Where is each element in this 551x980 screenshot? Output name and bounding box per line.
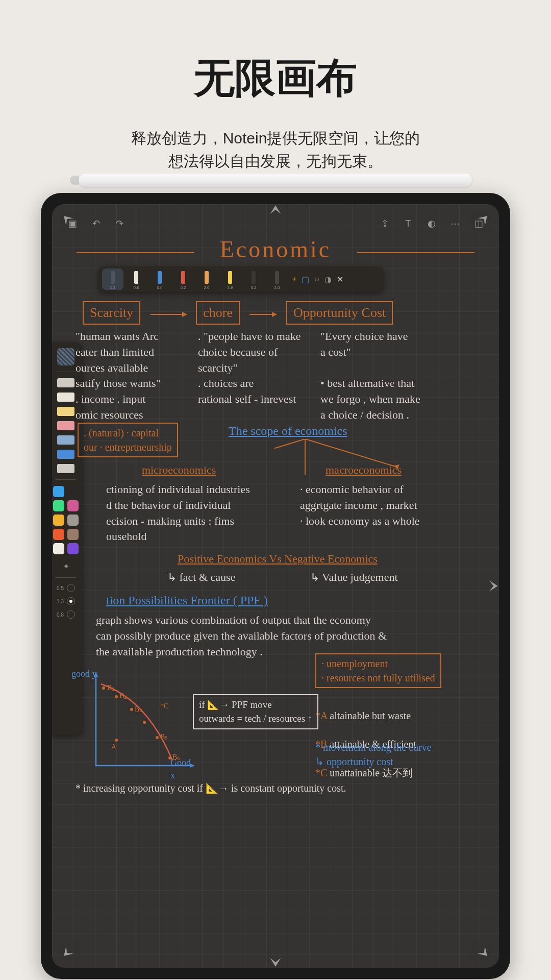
canvas-title: Economic (52, 236, 499, 263)
lasso-icon[interactable]: ○ (314, 275, 319, 284)
color-swatch-3[interactable] (67, 500, 79, 511)
brush-tool-2[interactable] (57, 407, 74, 416)
macro-text: · economic behavior of aggrtgate income … (300, 482, 463, 529)
chore-box: chore (196, 301, 240, 325)
stroke-size-1.3[interactable]: 1.3 (57, 597, 75, 605)
ppf-text: graph shows various combination of outpu… (96, 612, 484, 659)
svg-text:A: A (111, 743, 117, 751)
expand-br-arrow-icon (463, 932, 499, 968)
svg-point-4 (130, 708, 133, 711)
color-swatch-6[interactable] (53, 529, 64, 540)
svg-point-12 (115, 739, 118, 742)
text-tool-icon[interactable]: T (400, 215, 416, 232)
close-toolbar-icon[interactable]: ✕ (337, 275, 343, 284)
brush-tool-6[interactable] (57, 464, 74, 473)
favorite-icon[interactable]: ✦ (63, 561, 69, 571)
add-pen-icon[interactable]: + (292, 275, 296, 284)
title-decoration (357, 252, 474, 253)
svg-point-2 (115, 695, 118, 698)
macro-heading: macroeconomics (325, 462, 402, 478)
unemployment-box: · unemployment · resources not fully uti… (315, 653, 441, 688)
brush-tool-0[interactable] (57, 378, 74, 387)
svg-point-8 (156, 736, 159, 739)
hero-subtitle: 释放创造力，Notein提供无限空间，让您的 想法得以自由发展，无拘无束。 (0, 127, 551, 173)
color-swatches (53, 486, 79, 554)
pen-tool-icon[interactable]: ◐ (423, 215, 440, 232)
color-swatch-8[interactable] (53, 543, 64, 554)
expand-bl-arrow-icon (52, 932, 88, 968)
clipboard-icon[interactable]: ▢ (302, 275, 309, 284)
pen-slot-2[interactable]: 0.6 (149, 268, 170, 290)
hero-subtitle-l2: 想法得以自由发展，无拘无束。 (168, 153, 383, 169)
share-icon[interactable]: ⇪ (377, 215, 393, 232)
pen-slot-6[interactable]: 0.2 (243, 268, 264, 290)
svg-point-0 (102, 687, 105, 690)
natural-capital-box: . (natural) · capital our · entreprtneur… (78, 423, 178, 457)
more-icon[interactable]: ⋯ (447, 215, 463, 232)
pos-text: ↳ fact & cause (167, 570, 235, 585)
hero-title: 无限画布 (0, 51, 551, 106)
hero-subtitle-l1: 释放创造力，Notein提供无限空间，让您的 (131, 130, 420, 146)
color-swatch-7[interactable] (67, 529, 79, 540)
pen-slot-4[interactable]: 2.0 (196, 268, 217, 290)
color-swatch-9[interactable] (67, 543, 79, 554)
ppf-move-box: if 📐→ PPF move outwards = tech / resourc… (193, 694, 318, 729)
sidebar-icon[interactable]: ▣ (64, 215, 81, 232)
pen-slot-7[interactable]: 2.0 (266, 268, 288, 290)
svg-text:B₂: B₂ (119, 692, 127, 700)
apple-pencil (79, 174, 472, 187)
chore-text: . "people have to make choice because of… (198, 329, 315, 407)
stroke-size-0.8[interactable]: 0.8 (57, 610, 75, 619)
brush-tool-3[interactable] (57, 421, 74, 430)
color-swatch-5[interactable] (67, 514, 79, 526)
pen-slot-1[interactable]: 0.8 (126, 268, 147, 290)
axis-y-label: good y (71, 668, 97, 680)
pos-neg-heading: Positive Economics Vs Negative Economics (178, 551, 378, 567)
scarcity-text: "human wants Arc eater than limited ourc… (76, 329, 198, 423)
ppf-heading: tion Possibilities Frontier ( PPF ) (106, 592, 268, 609)
svg-text:B₃: B₃ (135, 705, 142, 713)
svg-text:B₅: B₅ (160, 733, 168, 741)
brush-tool-1[interactable] (57, 393, 74, 402)
movement-text: * movement along the curve ↳ opportunity… (315, 740, 479, 769)
brush-tool-4[interactable] (57, 435, 74, 445)
svg-point-6 (143, 721, 146, 724)
pen-slot-0[interactable]: 1.3 (102, 268, 123, 290)
brush-tool-5[interactable] (57, 450, 74, 459)
pen-toolbar: 1.30.80.60.22.03.90.22.0 + ▢ ○ ◑ ✕ (98, 266, 384, 292)
opp-cost-box: Opportunity Cost (286, 301, 393, 325)
tablet-frame: ▣ ↶ ↷ ⇪ T ◐ ⋯ ◫ Economic 1.30.80.60.22.0… (41, 193, 510, 979)
undo-icon[interactable]: ↶ (88, 215, 104, 232)
app-screen: ▣ ↶ ↷ ⇪ T ◐ ⋯ ◫ Economic 1.30.80.60.22.0… (52, 204, 499, 968)
micro-heading: microeconomics (142, 462, 216, 478)
scope-heading: The scope of economics (229, 423, 347, 440)
micro-text: ctioning of individual industries d the … (106, 482, 280, 545)
pages-icon[interactable]: ◫ (470, 215, 487, 232)
scarcity-box: Scarcity (83, 301, 140, 325)
color-swatch-1[interactable] (67, 486, 79, 497)
redo-icon[interactable]: ↷ (111, 215, 128, 232)
svg-text:*C: *C (160, 702, 168, 710)
pen-slot-3[interactable]: 0.2 (172, 268, 194, 290)
color-swatch-2[interactable] (53, 500, 64, 511)
svg-text:B₁: B₁ (107, 684, 115, 692)
color-swatch-0[interactable] (53, 486, 64, 497)
stroke-size-0.5[interactable]: 0.5 (57, 584, 75, 592)
expand-right-arrow-icon (477, 573, 499, 599)
neg-text: ↳ Value judgement (310, 570, 398, 585)
pen-slot-5[interactable]: 3.9 (219, 268, 241, 290)
shape-icon[interactable]: ◑ (324, 275, 332, 284)
opp-text: "Every choice have a cost" • best altema… (320, 329, 453, 423)
color-swatch-4[interactable] (53, 514, 64, 526)
expand-down-arrow-icon (263, 945, 288, 968)
texture-tool[interactable] (57, 348, 74, 365)
axis-x-label: Good x (170, 756, 191, 782)
bottom-text: * increasing opportunity cost if 📐→ is c… (76, 781, 479, 795)
top-toolbar: ▣ ↶ ↷ ⇪ T ◐ ⋯ ◫ (52, 213, 499, 234)
